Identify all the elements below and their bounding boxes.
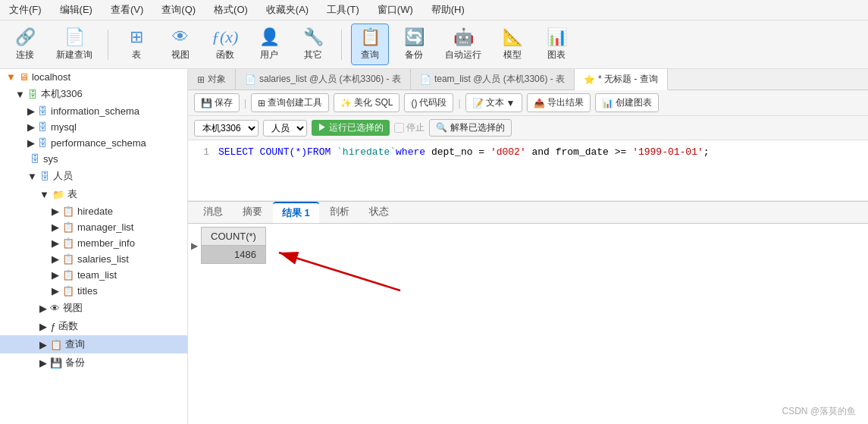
menu-view[interactable]: 查看(V) — [108, 2, 146, 18]
new-query-icon: 📄 — [64, 27, 85, 47]
result-row-wrapper: ▶ COUNT(*) 1486 — [191, 227, 865, 264]
expand-icon: ▼ — [15, 89, 25, 100]
table-label: team_list — [77, 269, 117, 281]
model-icon: 📐 — [503, 27, 523, 47]
sidebar-item-renyuan[interactable]: ▼ 🗄 人员 — [0, 167, 187, 185]
autorun-button[interactable]: 🤖 自动运行 — [439, 24, 487, 64]
menu-query[interactable]: 查询(Q) — [158, 2, 199, 18]
user-button[interactable]: 👤 用户 — [250, 24, 288, 64]
menu-edit[interactable]: 编辑(E) — [57, 2, 96, 18]
chart-button[interactable]: 📊 图表 — [537, 24, 575, 64]
sidebar-item-sys[interactable]: 🗄 sys — [0, 151, 187, 167]
sidebar-item-hiredate[interactable]: ▶ 📋 hiredate — [0, 203, 187, 219]
table-label: 表 — [132, 49, 141, 61]
sql-dept-col: dept_no = — [431, 146, 490, 158]
code-segment-button[interactable]: () 代码段 — [404, 93, 453, 112]
function-button[interactable]: ƒ(x) 函数 — [205, 24, 244, 64]
menu-favorites[interactable]: 收藏夹(A) — [263, 2, 312, 18]
sidebar-item-titles[interactable]: ▶ 📋 titles — [0, 283, 187, 299]
db-icon: 🗄 — [40, 171, 50, 182]
menu-help[interactable]: 帮助(H) — [428, 2, 468, 18]
sql-code-area[interactable]: SELECT COUNT(*)FROM `hiredate`where dept… — [218, 146, 862, 194]
stop-checkbox[interactable] — [394, 123, 404, 133]
tab-team-list[interactable]: 📄 team_list @人员 (本机3306) - 表 — [411, 69, 575, 90]
menu-file[interactable]: 文件(F) — [6, 2, 45, 18]
create-chart-button[interactable]: 📊 创建图表 — [595, 93, 659, 112]
autorun-icon: 🤖 — [453, 27, 474, 47]
connect-button[interactable]: 🔗 连接 — [6, 24, 44, 64]
sidebar-item-team-list[interactable]: ▶ 📋 team_list — [0, 267, 187, 283]
new-query-button[interactable]: 📄 新建查询 — [50, 24, 99, 64]
sidebar-item-mysql[interactable]: ▶ 🗄 mysql — [0, 119, 187, 135]
sidebar-item-backup[interactable]: ▶ 💾 备份 — [0, 353, 187, 372]
tab-untitled-query[interactable]: ⭐ * 无标题 - 查询 — [575, 69, 668, 90]
function-icon: ƒ(x) — [212, 27, 238, 47]
result-tab-result1[interactable]: 结果 1 — [273, 202, 319, 223]
user-icon: 👤 — [259, 27, 280, 47]
sidebar-item-localhost[interactable]: ▼ 🖥 localhost — [0, 69, 187, 85]
row-indicator: ▶ — [191, 240, 198, 251]
text-button[interactable]: 📝 文本 ▼ — [465, 93, 522, 112]
run-selected-button[interactable]: ▶ 运行已选择的 — [312, 120, 390, 136]
menu-format[interactable]: 格式(O) — [211, 2, 251, 18]
sql-editor[interactable]: 1 SELECT COUNT(*)FROM `hiredate`where de… — [188, 140, 868, 201]
tab-salaries-list[interactable]: 📄 salaries_list @人员 (本机3306) - 表 — [236, 69, 411, 90]
expand-icon: ▶ — [39, 321, 47, 332]
db-label: information_schema — [51, 105, 139, 117]
result-tab-status[interactable]: 状态 — [360, 202, 398, 223]
explain-selected-button[interactable]: 🔍 解释已选择的 — [429, 119, 511, 137]
save-button[interactable]: 💾 保存 — [194, 93, 240, 112]
model-button[interactable]: 📐 模型 — [494, 24, 531, 64]
sidebar-item-information-schema[interactable]: ▶ 🗄 information_schema — [0, 103, 187, 119]
sidebar-item-manager-list[interactable]: ▶ 📋 manager_list — [0, 219, 187, 235]
table-button[interactable]: ⊞ 表 — [118, 24, 155, 64]
db-label: 人员 — [53, 169, 73, 183]
result-table-header: COUNT(*) — [202, 228, 266, 246]
query-button[interactable]: 📋 查询 — [351, 24, 389, 65]
sidebar-item-member-info[interactable]: ▶ 📋 member_info — [0, 235, 187, 251]
beautify-sql-button[interactable]: ✨ 美化 SQL — [334, 93, 400, 112]
sidebar-item-salaries-list[interactable]: ▶ 📋 salaries_list — [0, 251, 187, 267]
export-result-button[interactable]: 📤 导出结果 — [527, 93, 591, 112]
sidebar-item-performance-schema[interactable]: ▶ 🗄 performance_schema — [0, 135, 187, 151]
sidebar-item-views[interactable]: ▶ 👁 视图 — [0, 299, 187, 317]
menu-tools[interactable]: 工具(T) — [324, 2, 362, 18]
run-label: 运行已选择的 — [329, 122, 384, 133]
db-icon: 🗄 — [30, 153, 40, 165]
other-button[interactable]: 🔧 其它 — [294, 24, 332, 64]
expand-icon: ▶ — [27, 137, 35, 149]
explain-icon: 🔍 — [436, 122, 447, 133]
menu-window[interactable]: 窗口(W) — [374, 2, 416, 18]
result-area: ▶ COUNT(*) 1486 — [188, 224, 868, 424]
sidebar-item-tables[interactable]: ▼ 📁 表 — [0, 185, 187, 203]
sql-count-function: COUNT(*) — [260, 146, 307, 158]
text-icon: 📝 — [472, 98, 484, 108]
action-divider-1: | — [244, 98, 246, 108]
table-label: member_info — [77, 237, 135, 249]
table-icon: ⊞ — [130, 27, 143, 47]
tab-team-icon: 📄 — [420, 74, 431, 85]
result-tab-profile[interactable]: 剖析 — [321, 202, 359, 223]
query-create-tool-button[interactable]: ⊞ 查询创建工具 — [251, 93, 329, 112]
backup-label: 备份 — [405, 49, 423, 61]
db-icon: 🗄 — [38, 105, 48, 117]
view-button[interactable]: 👁 视图 — [161, 24, 199, 64]
tab-object-icon: ⊞ — [197, 74, 205, 85]
expand-icon: ▶ — [52, 237, 59, 249]
expand-icon: ▶ — [52, 206, 59, 217]
table-label: salaries_list — [77, 253, 129, 265]
sidebar-item-functions[interactable]: ▶ ƒ 函数 — [0, 317, 187, 335]
action-bar: 💾 保存 | ⊞ 查询创建工具 ✨ 美化 SQL () 代码段 | 📝 文本 ▼ — [188, 90, 868, 116]
result-tab-summary[interactable]: 摘要 — [233, 202, 271, 223]
sidebar-item-host[interactable]: ▼ 🗄 本机3306 — [0, 85, 187, 103]
table-icon: 📋 — [62, 206, 74, 217]
tab-object[interactable]: ⊞ 对象 — [188, 69, 236, 90]
host-selector[interactable]: 本机3306 — [194, 120, 259, 137]
function-icon: ƒ — [50, 321, 55, 332]
sidebar-item-query[interactable]: ▶ 📋 查询 — [0, 335, 187, 353]
backup-button[interactable]: 🔄 备份 — [395, 24, 433, 64]
result-tab-message[interactable]: 消息 — [194, 202, 232, 223]
beautify-sql-icon: ✨ — [340, 98, 352, 108]
database-selector[interactable]: 人员 — [263, 120, 307, 137]
chart-label: 图表 — [547, 49, 566, 61]
